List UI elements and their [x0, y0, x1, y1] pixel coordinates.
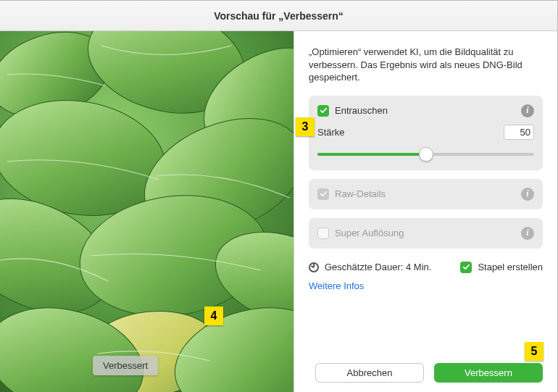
- options-pane: „Optimieren“ verwendet KI, um die Bildqu…: [294, 31, 557, 392]
- denoise-checkbox[interactable]: [317, 105, 329, 117]
- button-row: Abbrechen Verbessern: [309, 349, 543, 383]
- strength-slider[interactable]: [317, 147, 534, 162]
- strength-value-input[interactable]: [504, 125, 534, 140]
- estimated-duration: Geschätzte Dauer: 4 Min.: [325, 262, 431, 272]
- stack-label: Stapel erstellen: [478, 262, 543, 272]
- preview-overlay-badge: Verbessert: [93, 356, 158, 375]
- more-info-link[interactable]: Weitere Infos: [309, 280, 364, 291]
- preview-image[interactable]: [0, 31, 293, 392]
- preview-pane: Verbessert: [0, 31, 294, 392]
- callout-4: 4: [204, 306, 223, 325]
- raw-details-checkbox: [317, 188, 329, 200]
- info-icon[interactable]: i: [521, 188, 534, 201]
- window-title: Vorschau für „Verbessern“: [0, 1, 557, 31]
- strength-label: Stärke: [317, 127, 345, 138]
- super-resolution-checkbox: [317, 228, 329, 239]
- meta-row: Geschätzte Dauer: 4 Min. Stapel erstelle…: [309, 262, 543, 273]
- check-icon: [320, 190, 328, 198]
- slider-fill: [317, 153, 426, 156]
- info-icon[interactable]: i: [521, 104, 534, 117]
- check-icon: [320, 107, 328, 114]
- slider-thumb[interactable]: [419, 147, 433, 162]
- content-area: Verbessert „Optimieren“ verwendet KI, um…: [0, 31, 557, 392]
- description-text: „Optimieren“ verwendet KI, um die Bildqu…: [309, 46, 543, 84]
- denoise-panel: Entrauschen i Stärke: [309, 96, 543, 170]
- enhance-button[interactable]: Verbessern: [434, 363, 543, 383]
- raw-details-panel: Raw-Details i: [309, 179, 543, 209]
- enhance-preview-window: Vorschau für „Verbessern“: [0, 0, 558, 392]
- leaves-illustration: [0, 31, 293, 392]
- super-resolution-panel: Super Auflösung i: [309, 218, 543, 249]
- callout-5: 5: [525, 342, 544, 361]
- raw-details-label: Raw-Details: [335, 188, 515, 199]
- denoise-label: Entrauschen: [335, 105, 515, 116]
- stack-checkbox[interactable]: [460, 262, 472, 273]
- callout-3: 3: [296, 117, 315, 136]
- cancel-button[interactable]: Abbrechen: [315, 363, 424, 383]
- super-resolution-label: Super Auflösung: [335, 228, 515, 238]
- check-icon: [462, 263, 470, 271]
- clock-icon: [309, 262, 319, 272]
- info-icon[interactable]: i: [521, 227, 534, 240]
